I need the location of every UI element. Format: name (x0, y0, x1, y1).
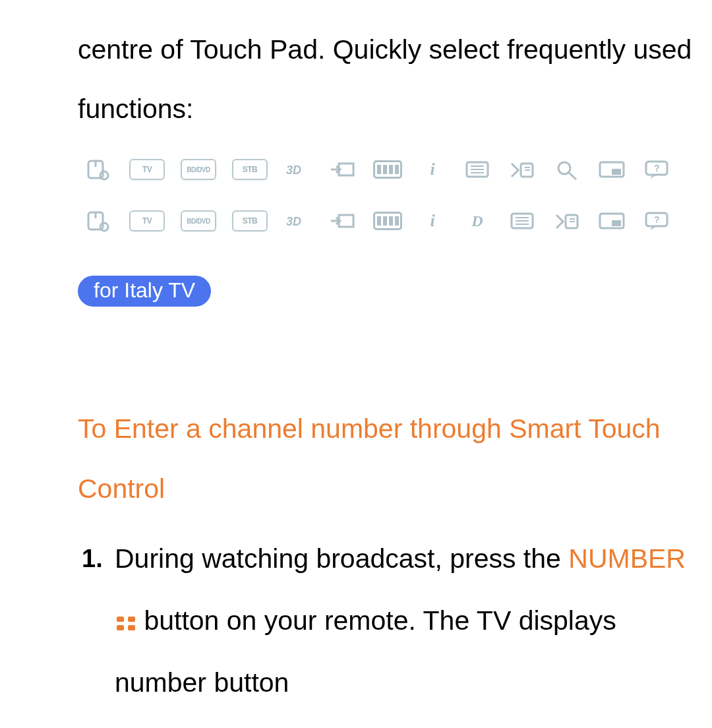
sound-in-icon (552, 210, 581, 232)
battery-bars-icon (373, 158, 402, 181)
number-grid-icon (117, 617, 136, 631)
bd-dvd-icon: BD/DVD (181, 210, 216, 231)
3d-icon: 3D (283, 210, 312, 232)
battery-bars-icon (373, 210, 402, 232)
search-icon (552, 158, 581, 181)
power-settings-icon (84, 210, 113, 232)
pip-icon (597, 210, 626, 232)
stb-icon: STB (232, 210, 268, 231)
info-icon: i (418, 158, 447, 181)
step-text-a: During watching broadcast, press the (115, 543, 561, 574)
list-icon (463, 158, 492, 181)
svg-point-2 (100, 171, 108, 179)
list-icon (508, 210, 537, 232)
d-logo-icon: D (463, 210, 492, 232)
intro-text: centre of Touch Pad. Quickly select freq… (78, 20, 699, 138)
svg-point-20 (100, 223, 108, 231)
sound-in-icon (508, 158, 537, 181)
3d-icon: 3D (283, 158, 312, 181)
help-icon: ? (642, 210, 671, 232)
svg-line-13 (569, 173, 576, 179)
svg-point-12 (558, 162, 570, 174)
bd-dvd-icon: BD/DVD (181, 159, 216, 180)
italy-badge: for Italy TV (78, 276, 211, 307)
svg-text:?: ? (654, 163, 660, 173)
power-settings-icon (84, 158, 113, 181)
pip-icon (597, 158, 626, 181)
steps-list: 1. During watching broadcast, press the … (78, 528, 699, 714)
step-text-b: button on your remote. The TV displays n… (115, 605, 616, 698)
info-icon: i (418, 210, 447, 232)
tv-icon: TV (129, 159, 165, 180)
step-number: 1. (82, 528, 103, 590)
svg-text:3D: 3D (286, 215, 301, 228)
svg-text:?: ? (654, 214, 660, 225)
help-icon: ? (642, 158, 671, 181)
source-icon (328, 210, 357, 232)
icon-row-1: TV BD/DVD STB 3D i ? (84, 158, 699, 181)
tv-icon: TV (129, 210, 165, 231)
svg-rect-31 (612, 220, 621, 226)
step-1: 1. During watching broadcast, press the … (115, 528, 699, 714)
svg-text:3D: 3D (286, 164, 301, 177)
section-heading: To Enter a channel number through Smart … (78, 399, 699, 518)
stb-icon: STB (232, 159, 268, 180)
svg-rect-15 (612, 169, 621, 175)
source-icon (328, 158, 357, 181)
icon-row-2: TV BD/DVD STB 3D i D ? (84, 210, 699, 232)
